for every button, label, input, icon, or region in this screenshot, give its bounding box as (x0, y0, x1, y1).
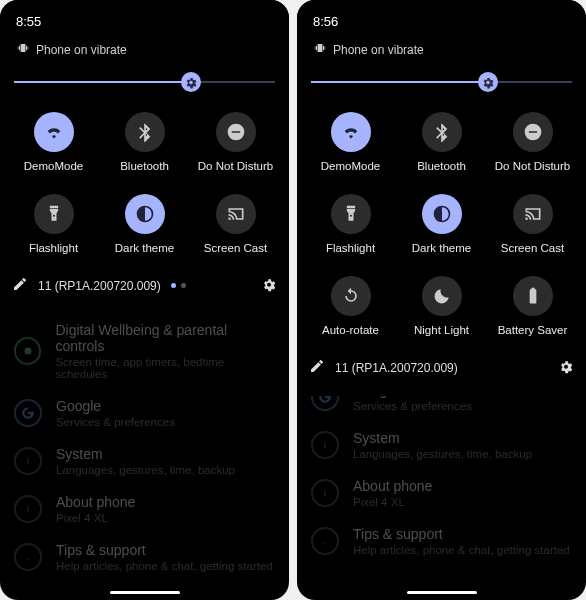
qs-tile-flashlight[interactable]: Flashlight (8, 194, 99, 254)
vibrate-icon (16, 41, 30, 58)
settings-item-about[interactable]: About phonePixel 4 XL (14, 494, 275, 524)
info-icon (14, 447, 42, 475)
vibrate-icon (313, 41, 327, 58)
settings-button[interactable] (558, 358, 574, 377)
settings-item-tips[interactable]: Tips & supportHelp articles, phone & cha… (311, 526, 572, 556)
qs-tile-label: DemoMode (24, 160, 83, 172)
phone-screenshot-right: GoogleServices & preferencesSystemLangua… (297, 0, 586, 600)
phone-screenshot-left: Digital Wellbeing & parental controlsScr… (0, 0, 289, 600)
qs-page-dots[interactable] (171, 283, 186, 288)
qs-footer: 11 (RP1A.200720.009) (0, 268, 289, 305)
page-dot[interactable] (171, 283, 176, 288)
qs-tile-bluetooth[interactable]: Bluetooth (99, 112, 190, 172)
help-icon (14, 543, 42, 571)
cast-icon (216, 194, 256, 234)
battery-icon (513, 276, 553, 316)
qs-tile-label: Bluetooth (120, 160, 169, 172)
settings-item-subtitle: Languages, gestures, time, backup (353, 448, 532, 460)
qs-tile-dark-theme[interactable]: Dark theme (396, 194, 487, 254)
qs-tile-demomode[interactable]: DemoMode (305, 112, 396, 172)
qs-tile-do-not-disturb[interactable]: Do Not Disturb (487, 112, 578, 172)
info-icon (311, 479, 339, 507)
qs-tile-label: Screen Cast (501, 242, 564, 254)
settings-item-google[interactable]: GoogleServices & preferences (14, 398, 275, 428)
settings-item-title: Digital Wellbeing & parental controls (55, 322, 275, 354)
qs-tile-label: Do Not Disturb (198, 160, 273, 172)
ringer-status-row[interactable]: Phone on vibrate (0, 35, 289, 68)
qs-tile-label: Bluetooth (417, 160, 466, 172)
help-icon (311, 527, 339, 555)
settings-item-subtitle: Pixel 4 XL (353, 496, 432, 508)
qs-tile-bluetooth[interactable]: Bluetooth (396, 112, 487, 172)
ringer-status-label: Phone on vibrate (333, 43, 424, 57)
qs-tiles-grid-left: DemoModeBluetoothDo Not DisturbFlashligh… (0, 106, 289, 268)
settings-item-subtitle: Help articles, phone & chat, getting sta… (56, 560, 273, 572)
qs-tile-label: Dark theme (412, 242, 471, 254)
rotate-icon (331, 276, 371, 316)
qs-tile-screen-cast[interactable]: Screen Cast (487, 194, 578, 254)
qs-tile-label: Flashlight (326, 242, 375, 254)
qs-tile-auto-rotate[interactable]: Auto-rotate (305, 276, 396, 336)
flashlight-icon (331, 194, 371, 234)
settings-item-title: System (56, 446, 235, 462)
settings-item-title: Tips & support (353, 526, 570, 542)
wifi-icon (34, 112, 74, 152)
settings-item-title: About phone (353, 478, 432, 494)
info-icon (311, 431, 339, 459)
qs-tile-do-not-disturb[interactable]: Do Not Disturb (190, 112, 281, 172)
qs-tile-demomode[interactable]: DemoMode (8, 112, 99, 172)
google-icon (14, 399, 42, 427)
brightness-slider[interactable] (311, 72, 572, 92)
cast-icon (513, 194, 553, 234)
navigation-handle[interactable] (110, 591, 180, 594)
settings-item-tips[interactable]: Tips & supportHelp articles, phone & cha… (14, 542, 275, 572)
edit-tiles-button[interactable] (12, 276, 28, 295)
settings-item-title: Google (56, 398, 175, 414)
status-clock: 8:55 (0, 0, 289, 35)
settings-item-subtitle: Services & preferences (56, 416, 175, 428)
qs-tile-flashlight[interactable]: Flashlight (305, 194, 396, 254)
build-version-text: 11 (RP1A.200720.009) (38, 279, 161, 293)
qs-tile-night-light[interactable]: Night Light (396, 276, 487, 336)
qs-tile-label: Do Not Disturb (495, 160, 570, 172)
qs-tile-label: Screen Cast (204, 242, 267, 254)
page-dot[interactable] (181, 283, 186, 288)
settings-item-subtitle: Services & preferences (353, 400, 472, 412)
bluetooth-icon (125, 112, 165, 152)
notification-shade: 8:55 Phone on vibrate DemoModeBluetoothD… (0, 0, 289, 306)
qs-tile-label: Night Light (414, 324, 469, 336)
settings-item-system[interactable]: SystemLanguages, gestures, time, backup (14, 446, 275, 476)
status-clock: 8:56 (297, 0, 586, 35)
qs-tile-label: Auto-rotate (322, 324, 379, 336)
bluetooth-icon (422, 112, 462, 152)
dnd-icon (513, 112, 553, 152)
settings-item-subtitle: Screen time, app timers, bedtime schedul… (55, 356, 275, 380)
edit-tiles-button[interactable] (309, 358, 325, 377)
settings-button[interactable] (261, 276, 277, 295)
navigation-handle[interactable] (407, 591, 477, 594)
settings-item-title: About phone (56, 494, 135, 510)
qs-tile-dark-theme[interactable]: Dark theme (99, 194, 190, 254)
brightness-slider[interactable] (14, 72, 275, 92)
qs-tile-label: Dark theme (115, 242, 174, 254)
qs-tile-screen-cast[interactable]: Screen Cast (190, 194, 281, 254)
qs-tile-label: DemoMode (321, 160, 380, 172)
build-version-text: 11 (RP1A.200720.009) (335, 361, 458, 375)
qs-tile-label: Flashlight (29, 242, 78, 254)
qs-tile-label: Battery Saver (498, 324, 568, 336)
settings-item-subtitle: Pixel 4 XL (56, 512, 135, 524)
settings-item-title: Tips & support (56, 542, 273, 558)
qs-tiles-grid-right: DemoModeBluetoothDo Not DisturbFlashligh… (297, 106, 586, 350)
settings-item-system[interactable]: SystemLanguages, gestures, time, backup (311, 430, 572, 460)
settings-item-digital[interactable]: Digital Wellbeing & parental controlsScr… (14, 322, 275, 380)
settings-item-title: System (353, 430, 532, 446)
qs-tile-battery-saver[interactable]: Battery Saver (487, 276, 578, 336)
settings-item-subtitle: Help articles, phone & chat, getting sta… (353, 544, 570, 556)
ringer-status-row[interactable]: Phone on vibrate (297, 35, 586, 68)
dnd-icon (216, 112, 256, 152)
ringer-status-label: Phone on vibrate (36, 43, 127, 57)
qs-footer: 11 (RP1A.200720.009) (297, 350, 586, 387)
wellbeing-icon (14, 337, 41, 365)
settings-item-about[interactable]: About phonePixel 4 XL (311, 478, 572, 508)
darktheme-icon (125, 194, 165, 234)
